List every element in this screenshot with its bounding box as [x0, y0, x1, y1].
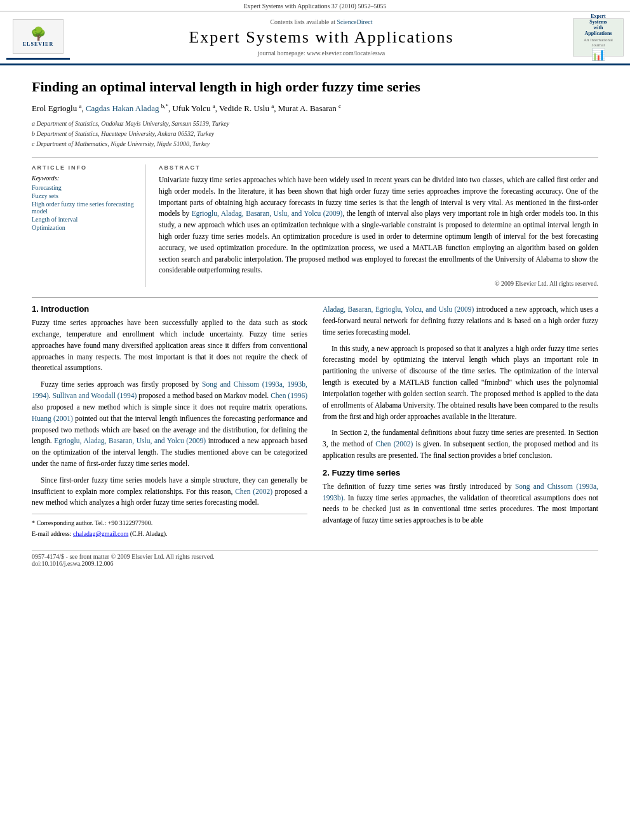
right-para-2: In this study, a new approach is propose… [323, 343, 598, 423]
issn-line: 0957-4174/$ - see front matter © 2009 El… [32, 553, 598, 560]
bottom-bar: 0957-4174/$ - see front matter © 2009 El… [32, 550, 598, 567]
affiliation-a: a Department of Statistics, Ondokuz Mayi… [32, 119, 598, 128]
section2-title: 2. Fuzzy time series [323, 468, 598, 477]
ref-chen1996[interactable]: Chen (1996) [271, 392, 307, 399]
section2-para-1: The definition of fuzzy time series was … [323, 481, 598, 526]
article-info-abstract: ARTICLE INFO Keywords: Forecasting Fuzzy… [32, 164, 598, 287]
authors-line: Erol Egrioglu a, Cagdas Hakan Aladag b,*… [32, 103, 598, 114]
keyword-4[interactable]: Length of interval [32, 216, 137, 223]
body-right-column: Aladag, Basaran, Egrioglu, Yolcu, and Us… [323, 304, 598, 540]
ref-aladag2009[interactable]: Aladag, Basaran, Egrioglu, Yolcu, and Us… [323, 305, 474, 313]
abstract-section: ABSTRACT Univariate fuzzy time series ap… [159, 164, 598, 287]
keyword-3[interactable]: High order fuzzy time series forecasting… [32, 201, 137, 215]
ref-sullivan[interactable]: Sullivan and Woodall (1994) [53, 392, 137, 399]
right-body-text: Aladag, Basaran, Egrioglu, Yolcu, and Us… [323, 304, 598, 462]
article-info-column: ARTICLE INFO Keywords: Forecasting Fuzzy… [32, 164, 146, 287]
affiliation-c: c Department of Mathematics, Nigde Unive… [32, 139, 598, 149]
intro-section-title: 1. Introduction [32, 304, 307, 314]
elsevier-label: ELSEVIER [23, 41, 53, 47]
section2-body: The definition of fuzzy time series was … [323, 481, 598, 526]
body-left-column: 1. Introduction Fuzzy time series approa… [32, 304, 307, 540]
keyword-1[interactable]: Forecasting [32, 184, 137, 191]
sciencedirect-link: Contents lists available at ScienceDirec… [70, 18, 573, 25]
article-title: Finding an optimal interval length in hi… [32, 78, 598, 97]
abstract-text: Univariate fuzzy time series approaches … [159, 175, 598, 276]
journal-citation: Expert Systems with Applications 37 (201… [0, 0, 630, 11]
keywords-label: Keywords: [32, 175, 137, 182]
intro-para-2: Fuzzy time series approach was firstly p… [32, 379, 307, 470]
article-info-label: ARTICLE INFO [32, 164, 137, 171]
journal-title: Expert Systems with Applications [70, 28, 573, 47]
sciencedirect-anchor[interactable]: ScienceDirect [337, 18, 372, 25]
affiliation-b: b Department of Statistics, Hacettepe Un… [32, 129, 598, 138]
copyright-notice: © 2009 Elsevier Ltd. All rights reserved… [159, 280, 598, 287]
elsevier-tree-icon: 🌳 [30, 26, 46, 41]
intro-para-1: Fuzzy time series approaches have been s… [32, 317, 307, 374]
journal-homepage: journal homepage: www.elsevier.com/locat… [70, 50, 573, 57]
body-columns: 1. Introduction Fuzzy time series approa… [32, 304, 598, 540]
journal-header: 🌳 ELSEVIER Contents lists available at S… [0, 11, 630, 65]
doi-line: doi:10.1016/j.eswa.2009.12.006 [32, 560, 598, 567]
intro-body-text: Fuzzy time series approaches have been s… [32, 317, 307, 509]
affiliations: a Department of Statistics, Ondokuz Mayi… [32, 119, 598, 149]
keyword-5[interactable]: Optimization [32, 224, 137, 231]
right-para-1: Aladag, Basaran, Egrioglu, Yolcu, and Us… [323, 304, 598, 338]
abstract-label: ABSTRACT [159, 164, 598, 171]
ref-huang[interactable]: Huang (2001) [32, 415, 73, 422]
ref-song-chissom-2[interactable]: Song and Chissom (1993a, 1993b) [323, 483, 598, 502]
ref-chen2002[interactable]: Chen (2002) [235, 488, 272, 495]
footnote-email-link[interactable]: chaladag@gmail.com [73, 530, 128, 537]
journal-logo-right: ExpertSystemswithApplications An Interna… [573, 18, 624, 57]
right-para-3: In Section 2, the fundamental definition… [323, 427, 598, 461]
footnote-corresponding: * Corresponding author. Tel.: +90 312297… [32, 518, 307, 528]
journal-header-center: Contents lists available at ScienceDirec… [70, 18, 573, 57]
intro-para-3: Since first-order fuzzy time series mode… [32, 475, 307, 509]
footnote-email: E-mail address: chaladag@gmail.com (C.H.… [32, 529, 307, 538]
divider-2 [32, 297, 598, 298]
main-content: Finding an optimal interval length in hi… [0, 65, 630, 580]
abstract-ref-egrioglu[interactable]: Egrioglu, Aladag, Basaran, Uslu, and Yol… [192, 210, 343, 217]
author-aladag[interactable]: Cagdas Hakan Aladag [86, 103, 159, 113]
divider-1 [32, 157, 598, 158]
keyword-2[interactable]: Fuzzy sets [32, 192, 137, 199]
ref-chen2002-inline[interactable]: Chen (2002) [375, 440, 413, 448]
footnotes: * Corresponding author. Tel.: +90 312297… [32, 514, 307, 538]
ref-egrioglu2009[interactable]: Egrioglu, Aladag, Basaran, Uslu, and Yol… [54, 437, 206, 444]
elsevier-logo: 🌳 ELSEVIER [6, 15, 70, 60]
